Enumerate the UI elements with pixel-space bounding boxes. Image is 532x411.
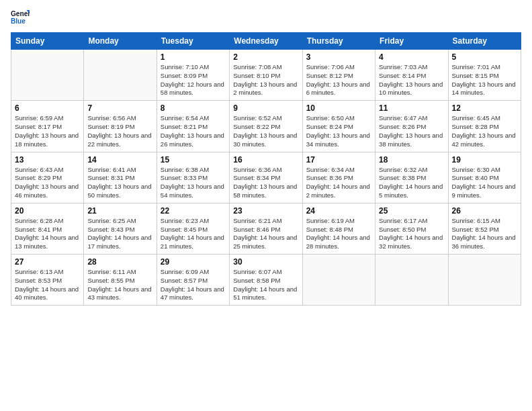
- day-number: 10: [306, 103, 371, 113]
- cell-info: Sunrise: 6:34 AM Sunset: 8:36 PM Dayligh…: [306, 166, 371, 200]
- cell-info: Sunrise: 6:13 AM Sunset: 8:53 PM Dayligh…: [15, 268, 80, 302]
- calendar-cell: [84, 50, 157, 101]
- cell-info: Sunrise: 6:38 AM Sunset: 8:33 PM Dayligh…: [161, 166, 226, 200]
- logo: General Blue: [11, 8, 30, 27]
- calendar-week-2: 6Sunrise: 6:59 AM Sunset: 8:17 PM Daylig…: [11, 101, 521, 152]
- day-number: 23: [233, 206, 298, 216]
- calendar-cell: 7Sunrise: 6:56 AM Sunset: 8:19 PM Daylig…: [84, 101, 157, 152]
- day-number: 30: [233, 257, 298, 267]
- calendar-cell: 27Sunrise: 6:13 AM Sunset: 8:53 PM Dayli…: [11, 255, 84, 306]
- cell-info: Sunrise: 6:07 AM Sunset: 8:58 PM Dayligh…: [233, 268, 298, 302]
- cell-info: Sunrise: 7:10 AM Sunset: 8:09 PM Dayligh…: [161, 63, 226, 97]
- cell-info: Sunrise: 6:21 AM Sunset: 8:46 PM Dayligh…: [233, 217, 298, 251]
- weekday-header-thursday: Thursday: [302, 33, 375, 50]
- calendar-cell: 6Sunrise: 6:59 AM Sunset: 8:17 PM Daylig…: [11, 101, 84, 152]
- weekday-header-monday: Monday: [84, 33, 157, 50]
- calendar-cell: [375, 255, 448, 306]
- cell-info: Sunrise: 6:43 AM Sunset: 8:29 PM Dayligh…: [15, 166, 80, 200]
- calendar-cell: 4Sunrise: 7:03 AM Sunset: 8:14 PM Daylig…: [375, 50, 448, 101]
- calendar-cell: 24Sunrise: 6:19 AM Sunset: 8:48 PM Dayli…: [302, 203, 375, 254]
- calendar-cell: 23Sunrise: 6:21 AM Sunset: 8:46 PM Dayli…: [230, 203, 302, 254]
- calendar-week-1: 1Sunrise: 7:10 AM Sunset: 8:09 PM Daylig…: [11, 50, 521, 101]
- cell-info: Sunrise: 6:41 AM Sunset: 8:31 PM Dayligh…: [87, 166, 152, 200]
- cell-info: Sunrise: 6:50 AM Sunset: 8:24 PM Dayligh…: [306, 114, 371, 148]
- calendar-cell: 2Sunrise: 7:08 AM Sunset: 8:10 PM Daylig…: [230, 50, 302, 101]
- cell-info: Sunrise: 6:25 AM Sunset: 8:43 PM Dayligh…: [87, 217, 152, 251]
- calendar-cell: 25Sunrise: 6:17 AM Sunset: 8:50 PM Dayli…: [375, 203, 448, 254]
- cell-info: Sunrise: 6:30 AM Sunset: 8:40 PM Dayligh…: [452, 166, 517, 200]
- day-number: 11: [379, 103, 444, 113]
- day-number: 21: [87, 206, 152, 216]
- cell-info: Sunrise: 6:59 AM Sunset: 8:17 PM Dayligh…: [15, 114, 80, 148]
- day-number: 24: [306, 206, 371, 216]
- weekday-header-sunday: Sunday: [11, 33, 84, 50]
- cell-info: Sunrise: 6:11 AM Sunset: 8:55 PM Dayligh…: [87, 268, 152, 302]
- cell-info: Sunrise: 6:45 AM Sunset: 8:28 PM Dayligh…: [452, 114, 517, 148]
- cell-info: Sunrise: 6:23 AM Sunset: 8:45 PM Dayligh…: [161, 217, 226, 251]
- day-number: 20: [15, 206, 80, 216]
- calendar-cell: 13Sunrise: 6:43 AM Sunset: 8:29 PM Dayli…: [11, 152, 84, 203]
- calendar-cell: 30Sunrise: 6:07 AM Sunset: 8:58 PM Dayli…: [230, 255, 302, 306]
- day-number: 22: [161, 206, 226, 216]
- calendar-week-4: 20Sunrise: 6:28 AM Sunset: 8:41 PM Dayli…: [11, 203, 521, 254]
- cell-info: Sunrise: 7:01 AM Sunset: 8:15 PM Dayligh…: [452, 63, 517, 97]
- calendar-cell: 26Sunrise: 6:15 AM Sunset: 8:52 PM Dayli…: [448, 203, 521, 254]
- calendar-cell: 9Sunrise: 6:52 AM Sunset: 8:22 PM Daylig…: [230, 101, 302, 152]
- svg-text:General: General: [11, 10, 30, 17]
- calendar-cell: 20Sunrise: 6:28 AM Sunset: 8:41 PM Dayli…: [11, 203, 84, 254]
- weekday-header-row: SundayMondayTuesdayWednesdayThursdayFrid…: [11, 33, 521, 50]
- calendar-cell: 22Sunrise: 6:23 AM Sunset: 8:45 PM Dayli…: [157, 203, 229, 254]
- cell-info: Sunrise: 6:09 AM Sunset: 8:57 PM Dayligh…: [161, 268, 226, 302]
- day-number: 19: [452, 155, 517, 165]
- day-number: 6: [15, 103, 80, 113]
- day-number: 4: [379, 52, 444, 62]
- cell-info: Sunrise: 6:36 AM Sunset: 8:34 PM Dayligh…: [233, 166, 298, 200]
- weekday-header-tuesday: Tuesday: [157, 33, 229, 50]
- calendar-week-3: 13Sunrise: 6:43 AM Sunset: 8:29 PM Dayli…: [11, 152, 521, 203]
- day-number: 28: [87, 257, 152, 267]
- weekday-header-friday: Friday: [375, 33, 448, 50]
- day-number: 14: [87, 155, 152, 165]
- calendar-cell: 21Sunrise: 6:25 AM Sunset: 8:43 PM Dayli…: [84, 203, 157, 254]
- calendar-cell: 17Sunrise: 6:34 AM Sunset: 8:36 PM Dayli…: [302, 152, 375, 203]
- calendar-cell: 3Sunrise: 7:06 AM Sunset: 8:12 PM Daylig…: [302, 50, 375, 101]
- calendar-cell: 14Sunrise: 6:41 AM Sunset: 8:31 PM Dayli…: [84, 152, 157, 203]
- calendar-cell: 8Sunrise: 6:54 AM Sunset: 8:21 PM Daylig…: [157, 101, 229, 152]
- day-number: 8: [161, 103, 226, 113]
- cell-info: Sunrise: 6:47 AM Sunset: 8:26 PM Dayligh…: [379, 114, 444, 148]
- day-number: 5: [452, 52, 517, 62]
- calendar-cell: 28Sunrise: 6:11 AM Sunset: 8:55 PM Dayli…: [84, 255, 157, 306]
- day-number: 26: [452, 206, 517, 216]
- weekday-header-saturday: Saturday: [448, 33, 521, 50]
- calendar-cell: 12Sunrise: 6:45 AM Sunset: 8:28 PM Dayli…: [448, 101, 521, 152]
- day-number: 7: [87, 103, 152, 113]
- calendar-cell: 29Sunrise: 6:09 AM Sunset: 8:57 PM Dayli…: [157, 255, 229, 306]
- calendar-cell: 10Sunrise: 6:50 AM Sunset: 8:24 PM Dayli…: [302, 101, 375, 152]
- day-number: 1: [161, 52, 226, 62]
- cell-info: Sunrise: 6:32 AM Sunset: 8:38 PM Dayligh…: [379, 166, 444, 200]
- day-number: 18: [379, 155, 444, 165]
- day-number: 9: [233, 103, 298, 113]
- day-number: 2: [233, 52, 298, 62]
- cell-info: Sunrise: 6:28 AM Sunset: 8:41 PM Dayligh…: [15, 217, 80, 251]
- day-number: 25: [379, 206, 444, 216]
- calendar-table: SundayMondayTuesdayWednesdayThursdayFrid…: [11, 32, 521, 306]
- logo-icon: General Blue: [11, 8, 30, 27]
- calendar-cell: 18Sunrise: 6:32 AM Sunset: 8:38 PM Dayli…: [375, 152, 448, 203]
- calendar-cell: [302, 255, 375, 306]
- calendar-cell: 5Sunrise: 7:01 AM Sunset: 8:15 PM Daylig…: [448, 50, 521, 101]
- cell-info: Sunrise: 6:19 AM Sunset: 8:48 PM Dayligh…: [306, 217, 371, 251]
- day-number: 13: [15, 155, 80, 165]
- page: General Blue SundayMondayTuesdayWednesda…: [0, 0, 532, 411]
- weekday-header-wednesday: Wednesday: [230, 33, 302, 50]
- header: General Blue: [11, 8, 521, 27]
- calendar-cell: 19Sunrise: 6:30 AM Sunset: 8:40 PM Dayli…: [448, 152, 521, 203]
- cell-info: Sunrise: 6:54 AM Sunset: 8:21 PM Dayligh…: [161, 114, 226, 148]
- cell-info: Sunrise: 6:52 AM Sunset: 8:22 PM Dayligh…: [233, 114, 298, 148]
- cell-info: Sunrise: 6:17 AM Sunset: 8:50 PM Dayligh…: [379, 217, 444, 251]
- calendar-cell: 1Sunrise: 7:10 AM Sunset: 8:09 PM Daylig…: [157, 50, 229, 101]
- day-number: 29: [161, 257, 226, 267]
- day-number: 15: [161, 155, 226, 165]
- day-number: 17: [306, 155, 371, 165]
- calendar-cell: [11, 50, 84, 101]
